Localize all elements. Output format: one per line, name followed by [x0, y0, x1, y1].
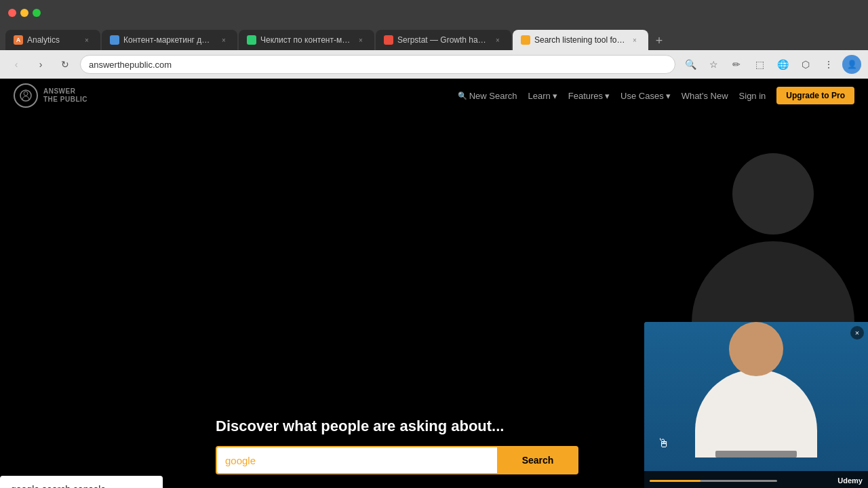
features-chevron-icon: ▾	[605, 91, 610, 101]
traffic-light-green[interactable]	[33, 9, 41, 17]
page-content: ANSWERTHE PUBLIC 🔍 New Search Learn ▾ Fe…	[0, 79, 868, 488]
bookmark-icon[interactable]: ☆	[704, 55, 723, 74]
atp-header: ANSWERTHE PUBLIC 🔍 New Search Learn ▾ Fe…	[0, 79, 868, 113]
cursor-icon: 🖱	[658, 436, 670, 451]
nav-use-cases[interactable]: Use Cases ▾	[620, 91, 671, 101]
refresh-button[interactable]: ↻	[56, 55, 75, 74]
profile-avatar[interactable]: 👤	[842, 55, 861, 74]
upgrade-button[interactable]: Upgrade to Pro	[776, 87, 854, 104]
atp-logo: ANSWERTHE PUBLIC	[14, 83, 87, 108]
nav-search-icon: 🔍	[458, 92, 467, 100]
title-bar	[0, 0, 868, 26]
video-close-button[interactable]: ×	[850, 326, 864, 340]
ghost-head	[732, 153, 814, 235]
nav-actions: 🔍 ☆ ✏ ⬚ 🌐 ⬡ ⋮ 👤	[681, 55, 861, 74]
atp-nav: 🔍 New Search Learn ▾ Features ▾ Use Case…	[458, 87, 854, 104]
traffic-light-red[interactable]	[8, 9, 16, 17]
video-bg: 🖱	[644, 322, 868, 471]
tab-checklist-close[interactable]: ×	[355, 35, 366, 45]
search-input[interactable]	[216, 446, 497, 474]
globe-icon[interactable]: 🌐	[773, 55, 792, 74]
nav-whats-new[interactable]: What's New	[682, 91, 728, 101]
add-tab-button[interactable]: +	[650, 31, 669, 50]
svg-point-1	[24, 92, 28, 96]
traffic-light-yellow[interactable]	[20, 9, 28, 17]
atp-logo-icon	[14, 83, 38, 108]
traffic-lights	[8, 9, 41, 17]
tab-checklist-favicon	[247, 35, 256, 45]
learn-chevron-icon: ▾	[553, 91, 557, 101]
tab-atp-label: Search listening tool for mark...	[534, 35, 625, 45]
search-button[interactable]: Search	[497, 446, 578, 474]
tabs-bar: A Analytics × Контент-маркетинг для Ude.…	[0, 26, 868, 50]
nav-bar: ‹ › ↻ answerthepublic.com 🔍 ☆ ✏ ⬚ 🌐 ⬡ ⋮ …	[0, 50, 868, 79]
sign-in-button[interactable]: Sign in	[739, 91, 766, 101]
tab-analytics[interactable]: A Analytics ×	[5, 30, 100, 50]
tab-content-close[interactable]: ×	[218, 35, 229, 45]
menu-icon[interactable]: ⋮	[819, 55, 838, 74]
tab-serpstat[interactable]: Serpstat — Growth hacking to... ×	[376, 30, 511, 50]
nav-learn[interactable]: Learn ▾	[528, 91, 557, 101]
video-overlay: 🖱 Udemy ×	[644, 322, 868, 488]
back-button[interactable]: ‹	[7, 55, 26, 74]
tab-analytics-close[interactable]: ×	[81, 35, 92, 45]
tab-atp-close[interactable]: ×	[629, 35, 640, 45]
use-cases-chevron-icon: ▾	[666, 91, 671, 101]
nav-new-search[interactable]: 🔍 New Search	[458, 91, 517, 101]
tab-checklist[interactable]: Чеклист по контент-маркети... ×	[239, 30, 374, 50]
autocomplete-dropdown: google search console	[0, 476, 163, 488]
tab-serpstat-close[interactable]: ×	[492, 35, 503, 45]
tab-checklist-label: Чеклист по контент-маркети...	[260, 35, 351, 45]
atp-logo-text: ANSWERTHE PUBLIC	[43, 87, 87, 104]
udemy-logo: Udemy	[837, 476, 863, 485]
video-inner: 🖱 Udemy ×	[644, 322, 868, 488]
cast-icon[interactable]: ⬚	[750, 55, 769, 74]
forward-button[interactable]: ›	[31, 55, 50, 74]
video-bar: Udemy	[644, 471, 868, 488]
tab-content[interactable]: Контент-маркетинг для Ude... ×	[102, 30, 237, 50]
tab-serpstat-favicon	[384, 35, 393, 45]
tab-analytics-favicon: A	[14, 35, 23, 45]
nav-features[interactable]: Features ▾	[568, 91, 610, 101]
tab-content-label: Контент-маркетинг для Ude...	[123, 35, 214, 45]
tab-serpstat-label: Serpstat — Growth hacking to...	[397, 35, 488, 45]
edit-icon[interactable]: ✏	[727, 55, 746, 74]
search-icon[interactable]: 🔍	[681, 55, 700, 74]
main-dark-area: Discover what people are asking about...…	[0, 113, 868, 488]
tab-atp-favicon	[521, 35, 530, 45]
tab-atp[interactable]: Search listening tool for mark... ×	[513, 30, 648, 50]
tab-content-favicon	[110, 35, 119, 45]
autocomplete-item-1[interactable]: google search console	[0, 476, 163, 488]
tab-analytics-label: Analytics	[27, 35, 77, 45]
extensions-icon[interactable]: ⬡	[796, 55, 815, 74]
address-bar[interactable]: answerthepublic.com	[80, 55, 675, 74]
